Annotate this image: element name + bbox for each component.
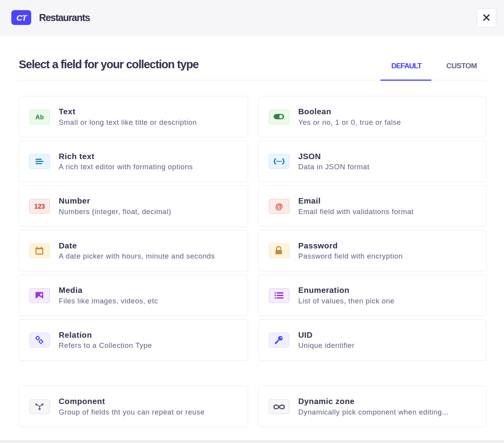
svg-text:123: 123: [34, 203, 45, 210]
svg-text:@: @: [275, 202, 283, 210]
svg-text:Ab: Ab: [35, 113, 44, 120]
